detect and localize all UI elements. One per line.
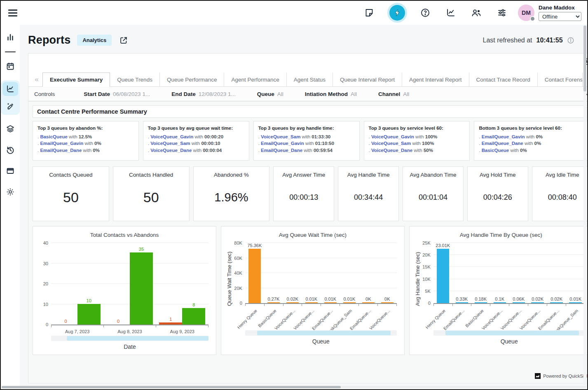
filter-intiation-method[interactable]: Intiation MethodAll — [305, 91, 357, 97]
queue-link[interactable]: EmailQueue_Dane — [261, 148, 302, 153]
bar[interactable] — [475, 302, 487, 303]
bar-abandons[interactable] — [159, 322, 182, 325]
filter-start-date[interactable]: Start Date06/08/2023 1... — [84, 91, 150, 97]
tab-queue-interval-report[interactable]: Queue Interval Report — [333, 72, 402, 86]
bar[interactable] — [494, 302, 506, 303]
bar[interactable] — [531, 302, 543, 303]
bar-stack: 1 — [159, 243, 182, 325]
category-voicequeue: 0.06K — [509, 243, 528, 303]
bar[interactable] — [362, 302, 375, 303]
info-icon[interactable] — [567, 37, 574, 44]
chart-scrollbar[interactable] — [51, 336, 208, 341]
queue-link[interactable]: VoiceQueue_Sam — [261, 134, 300, 139]
bar[interactable] — [248, 249, 261, 303]
queue-link[interactable]: BasicQueue — [40, 134, 67, 139]
bar[interactable] — [513, 302, 525, 303]
bar[interactable] — [343, 302, 356, 303]
bar-value-label: 0.02K — [532, 297, 543, 301]
status-select[interactable]: Offline — [539, 12, 581, 21]
queue-link[interactable]: EmailQueue_Dane — [482, 141, 523, 146]
queue-link[interactable]: EmailQueue_Gavin — [40, 141, 83, 146]
bar-stack: 23.01K — [437, 243, 449, 303]
chart-scrollbar-thumb[interactable] — [67, 336, 208, 341]
insight-value: 12.5% — [79, 134, 92, 139]
sidebar-item-design[interactable] — [2, 99, 18, 113]
kpi-value: 1.96% — [214, 178, 248, 221]
queue-link[interactable]: VoiceQueue_Gavin — [150, 134, 193, 139]
bar[interactable] — [456, 302, 468, 303]
kpi-value: 50 — [143, 178, 159, 221]
x-axis-labels: Henry QueueBasicQueueVoiceQueue...VoiceQ… — [245, 306, 397, 329]
tab-agent-interval-report[interactable]: Agent Interval Report — [402, 72, 469, 86]
tabs-scroll-left-icon[interactable]: « — [31, 72, 42, 86]
sidebar-item-window[interactable] — [2, 164, 18, 178]
bar[interactable] — [267, 302, 280, 303]
bars-layer: 23.01K0.33K0.18K0.1K0.06K0.02K0.02K0.01K — [433, 243, 585, 303]
queue-link[interactable]: BasicQueue — [482, 148, 509, 153]
tab-contact-trace-record[interactable]: Contact Trace Record — [469, 72, 538, 86]
avatar[interactable]: DM — [518, 5, 534, 21]
insight-value: 50% — [424, 148, 433, 153]
tab-agent-performance[interactable]: Agent Performance — [224, 72, 286, 86]
queue-link[interactable]: VoiceQueue_Sam — [371, 141, 411, 146]
x-tick-label: Aug 8, 2023 — [103, 329, 156, 335]
chart-scrollbar[interactable] — [245, 330, 397, 336]
tab-queue-trends[interactable]: Queue Trends — [110, 72, 160, 86]
filter-channel[interactable]: ChannelAll — [378, 91, 409, 97]
queue-link[interactable]: EmailQueue_Gavin — [261, 141, 304, 146]
filter-queue[interactable]: QueueAll — [257, 91, 283, 97]
sidebar-item-settings[interactable] — [2, 185, 18, 199]
bar-stack: 0.02K — [531, 243, 543, 303]
chart-scrollbar[interactable] — [433, 330, 585, 336]
queue-link[interactable]: VoiceQueue_Gavin — [371, 134, 414, 139]
note-icon[interactable] — [364, 7, 375, 18]
bar[interactable] — [286, 302, 299, 303]
sidebar-item-layers[interactable] — [2, 122, 18, 136]
chart-area: 01020304001003518Aug 7, 2023Aug 8, 2023A… — [33, 238, 216, 355]
bar[interactable] — [569, 302, 581, 303]
bar[interactable] — [437, 249, 449, 303]
tab-contact-forensics[interactable]: Contact Forensics — [538, 72, 588, 86]
horizontal-scrollbar[interactable] — [2, 386, 586, 388]
chart-scrollbar-thumb[interactable] — [257, 331, 391, 335]
sidebar-item-calendar[interactable] — [2, 59, 18, 73]
insight-value: 00:00:20 — [204, 134, 223, 139]
sidebar-item-history[interactable] — [2, 143, 18, 157]
hamburger-menu-icon[interactable] — [8, 9, 19, 16]
vertical-scrollbar-thumb[interactable] — [583, 26, 586, 91]
kpi-label: Contacts Queued — [49, 172, 92, 178]
tab-agent-status[interactable]: Agent Status — [287, 72, 333, 86]
tab-executive-summary[interactable]: Executive Summary — [42, 72, 110, 87]
metrics-icon[interactable] — [445, 7, 456, 18]
x-axis-labels: Aug 7, 2023Aug 8, 2023Aug 9, 2023 — [51, 327, 208, 335]
tab-queue-performance[interactable]: Queue Performance — [160, 72, 225, 86]
settings-sliders-icon[interactable] — [497, 7, 507, 18]
bar-stack: 0.1K — [494, 243, 506, 303]
chart-scrollbar-thumb[interactable] — [445, 331, 579, 335]
bar-total-contacts[interactable] — [77, 304, 101, 325]
sidebar-item-analytics[interactable] — [2, 82, 18, 96]
queue-link[interactable]: VoiceQueue_Sam — [150, 141, 190, 146]
bar[interactable] — [381, 302, 394, 303]
bar-total-contacts[interactable] — [182, 308, 205, 325]
bolt-button[interactable] — [389, 5, 405, 21]
queue-link[interactable]: EmailQueue_Dane — [40, 148, 82, 153]
filter-end-date[interactable]: End Date12/08/2023 1... — [171, 91, 236, 97]
y-tick-label: 10 — [32, 302, 48, 307]
insight-item: . VoiceQueue_Gavin with 100% — [369, 133, 465, 140]
help-icon[interactable] — [420, 7, 431, 18]
bar-total-contacts[interactable] — [130, 252, 153, 325]
horizontal-scrollbar-thumb[interactable] — [2, 386, 341, 388]
vertical-scrollbar[interactable] — [583, 26, 586, 385]
sidebar-item-dashboard[interactable] — [2, 30, 18, 44]
bar-stack: 0.33K — [456, 243, 468, 303]
queue-link[interactable]: VoiceQueue_Dane — [150, 148, 192, 153]
bar[interactable] — [550, 302, 562, 303]
queue-link[interactable]: VoiceQueue_Dane — [371, 148, 412, 153]
queue-link[interactable]: EmailQueue_Gavin — [482, 134, 525, 139]
bar[interactable] — [305, 302, 318, 303]
external-link-icon[interactable] — [119, 36, 128, 45]
contacts-icon[interactable] — [471, 7, 482, 18]
bar[interactable] — [324, 302, 337, 303]
y-tick-label: 10K — [414, 277, 431, 282]
